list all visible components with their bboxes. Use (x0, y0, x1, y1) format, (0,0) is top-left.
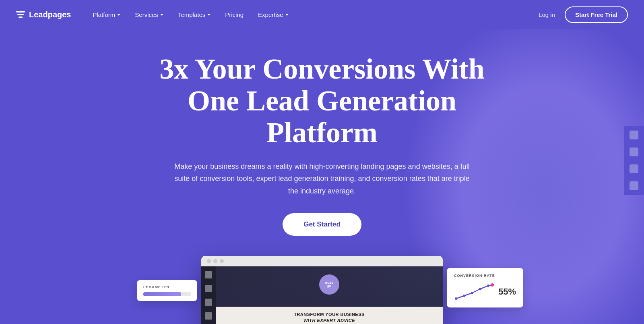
hero-content: 3x Your Conversions With One Lead Genera… (121, 29, 523, 256)
settings-icon (630, 181, 638, 190)
landing-page-preview: BOSS gal TRANSFORM YOUR BUSINESS with EX… (216, 266, 443, 324)
video-icon (630, 164, 638, 173)
logo[interactable]: Leadpages (16, 10, 71, 19)
hero-title: 3x Your Conversions With One Lead Genera… (137, 53, 507, 149)
nav-services[interactable]: Services (129, 8, 169, 21)
nav-platform[interactable]: Platform (87, 8, 126, 21)
hero-section: 3x Your Conversions With One Lead Genera… (0, 29, 644, 324)
chevron-down-icon (117, 14, 120, 16)
svg-point-4 (487, 285, 489, 287)
conversion-rate-label: CONVERSION RATE (454, 274, 516, 278)
landing-headline: TRANSFORM YOUR BUSINESS with EXPERT ADVI… (294, 312, 365, 323)
start-free-trial-button[interactable]: Start Free Trial (565, 6, 628, 23)
svg-point-5 (491, 283, 494, 287)
nav-expertise[interactable]: Expertise (252, 8, 294, 21)
nav-pricing[interactable]: Pricing (219, 8, 249, 21)
nav-links: Platform Services Templates Pricing Expe… (87, 8, 539, 21)
layers-icon (205, 271, 212, 278)
image-icon (205, 285, 212, 292)
browser-window: BOSS gal TRANSFORM YOUR BUSINESS with EX… (201, 256, 443, 324)
conversion-content: 55% (454, 282, 516, 302)
conversion-chart (454, 282, 495, 302)
landing-hero-image: BOSS gal (216, 266, 443, 307)
editor-sidebar (201, 266, 216, 324)
svg-point-3 (479, 288, 481, 290)
svg-point-0 (455, 297, 457, 300)
nav-actions: Log in Start Free Trial (539, 6, 628, 23)
browser-dot-yellow (213, 259, 217, 263)
chevron-down-icon (160, 14, 163, 16)
right-icon-strip (624, 126, 644, 195)
login-button[interactable]: Log in (539, 11, 555, 18)
svg-point-2 (471, 292, 473, 294)
nav-templates[interactable]: Templates (172, 8, 216, 21)
leadmeter-bar-fill (143, 292, 181, 296)
browser-dot-red (207, 259, 211, 263)
conversion-rate-widget: CONVERSION RATE 55% (447, 268, 523, 307)
get-started-button[interactable]: Get Started (283, 213, 361, 236)
svg-point-1 (463, 295, 465, 297)
landing-body: TRANSFORM YOUR BUSINESS with EXPERT ADVI… (216, 307, 443, 324)
chevron-down-icon (285, 14, 289, 16)
emoji-icon (630, 131, 638, 139)
browser-bar (201, 256, 443, 266)
logo-icon (16, 11, 25, 18)
conversion-percent: 55% (498, 287, 516, 297)
brand-name: Leadpages (29, 10, 71, 19)
browser-content: BOSS gal TRANSFORM YOUR BUSINESS with EX… (201, 266, 443, 324)
browser-dot-green (220, 259, 224, 263)
text-icon (205, 312, 212, 320)
hero-mockup: LEADMETER CONVERSION RATE (201, 256, 443, 324)
hero-subtitle: Make your business dreams a reality with… (169, 160, 475, 197)
boss-gal-badge: BOSS gal (319, 274, 339, 295)
chevron-down-icon (207, 14, 211, 16)
navbar: Leadpages Platform Services Templates Pr… (0, 0, 644, 29)
leadmeter-widget: LEADMETER (137, 280, 197, 301)
leadmeter-bar-background (143, 292, 191, 296)
calendar-icon (630, 147, 638, 156)
leadmeter-label: LEADMETER (143, 285, 191, 289)
layout-icon (205, 299, 212, 306)
